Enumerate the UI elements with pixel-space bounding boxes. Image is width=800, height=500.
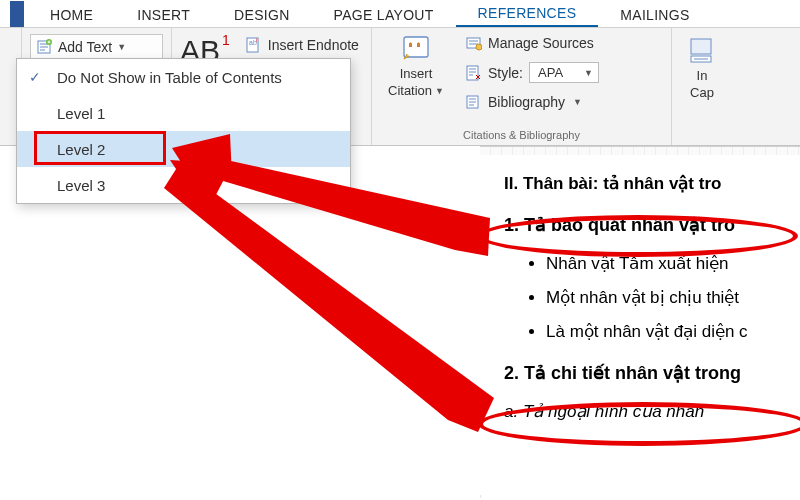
list-item[interactable]: Nhân vật Tấm xuất hiện bbox=[546, 247, 800, 281]
manage-sources-label: Manage Sources bbox=[488, 35, 594, 51]
svg-point-7 bbox=[476, 44, 482, 50]
tab-page-layout[interactable]: PAGE LAYOUT bbox=[312, 2, 456, 27]
tab-home[interactable]: HOME bbox=[28, 2, 115, 27]
insert-citation-button[interactable]: Insert Citation ▼ bbox=[382, 32, 450, 100]
doc-section-1-list[interactable]: Nhân vật Tấm xuất hiện Một nhân vật bị c… bbox=[504, 247, 800, 349]
insert-endnote-button[interactable]: abi Insert Endnote bbox=[244, 34, 361, 56]
group-label-citations: Citations & Bibliography bbox=[382, 129, 661, 143]
insert-citation-label2: Citation bbox=[388, 83, 432, 98]
endnote-icon: abi bbox=[246, 37, 262, 53]
list-item[interactable]: Một nhân vật bị chịu thiệt bbox=[546, 281, 800, 315]
doc-heading-ii[interactable]: II. Thân bài: tả nhân vật tro bbox=[504, 167, 800, 201]
add-text-button[interactable]: Add Text ▼ bbox=[30, 34, 163, 60]
tab-references[interactable]: REFERENCES bbox=[456, 0, 599, 27]
manage-sources-button[interactable]: Manage Sources bbox=[464, 32, 601, 54]
ab-sup: 1 bbox=[222, 32, 230, 48]
group-captions-partial: In Cap bbox=[672, 28, 732, 145]
svg-rect-10 bbox=[691, 39, 711, 54]
manage-sources-icon bbox=[466, 35, 482, 51]
menu-level-1[interactable]: Level 1 bbox=[17, 95, 350, 131]
list-item[interactable]: Là một nhân vật đại diện c bbox=[546, 315, 800, 349]
group-citations: Insert Citation ▼ Manage Sources bbox=[372, 28, 672, 145]
insert-endnote-label: Insert Endnote bbox=[268, 37, 359, 53]
add-text-icon bbox=[37, 39, 53, 55]
style-select[interactable]: APA ▼ bbox=[529, 62, 599, 83]
style-icon bbox=[466, 65, 482, 81]
chevron-down-icon: ▼ bbox=[435, 86, 444, 96]
menu-level-1-label: Level 1 bbox=[57, 105, 105, 122]
insert-citation-label1: Insert bbox=[400, 66, 433, 81]
style-label: Style: bbox=[488, 65, 523, 81]
check-icon: ✓ bbox=[29, 69, 41, 85]
ribbon-tabs: HOME INSERT DESIGN PAGE LAYOUT REFERENCE… bbox=[0, 0, 800, 28]
bibliography-label: Bibliography bbox=[488, 94, 565, 110]
style-value: APA bbox=[538, 65, 563, 80]
bibliography-button[interactable]: Bibliography ▼ bbox=[464, 91, 601, 113]
add-text-label: Add Text bbox=[58, 39, 112, 55]
menu-do-not-show-label: Do Not Show in Table of Contents bbox=[57, 69, 282, 86]
caption-icon bbox=[687, 36, 717, 66]
menu-do-not-show[interactable]: ✓ Do Not Show in Table of Contents bbox=[17, 59, 350, 95]
svg-rect-5 bbox=[404, 37, 428, 57]
chevron-down-icon: ▼ bbox=[573, 97, 582, 107]
menu-level-2[interactable]: Level 2 bbox=[17, 131, 350, 167]
tab-mailings[interactable]: MAILINGS bbox=[598, 2, 711, 27]
insert-citation-icon bbox=[401, 34, 431, 64]
tab-insert[interactable]: INSERT bbox=[115, 2, 212, 27]
menu-level-3-label: Level 3 bbox=[57, 177, 105, 194]
doc-section-2-sub[interactable]: a. Tả ngoại hình của nhân bbox=[504, 395, 800, 429]
style-dropdown[interactable]: Style: APA ▼ bbox=[464, 59, 601, 86]
menu-level-3[interactable]: Level 3 bbox=[17, 167, 350, 203]
menu-level-2-label: Level 2 bbox=[57, 141, 105, 158]
chevron-down-icon: ▼ bbox=[117, 42, 126, 52]
add-text-dropdown: ✓ Do Not Show in Table of Contents Level… bbox=[16, 58, 351, 204]
insert-caption-button[interactable]: In Cap bbox=[678, 34, 726, 102]
svg-text:i: i bbox=[256, 37, 257, 43]
svg-rect-8 bbox=[467, 66, 478, 80]
tab-design[interactable]: DESIGN bbox=[212, 2, 311, 27]
chevron-down-icon: ▼ bbox=[584, 68, 593, 78]
app-color-bar bbox=[10, 1, 24, 27]
document-page[interactable]: II. Thân bài: tả nhân vật tro 1. Tả bao … bbox=[480, 155, 800, 495]
doc-section-2-title[interactable]: 2. Tả chi tiết nhân vật trong bbox=[504, 355, 800, 391]
caption-label2: Cap bbox=[690, 85, 714, 100]
svg-marker-14 bbox=[164, 166, 494, 432]
bibliography-icon bbox=[466, 94, 482, 110]
caption-label1: In bbox=[697, 68, 708, 83]
doc-section-1-title[interactable]: 1. Tả bao quát nhân vật tro bbox=[504, 207, 800, 243]
